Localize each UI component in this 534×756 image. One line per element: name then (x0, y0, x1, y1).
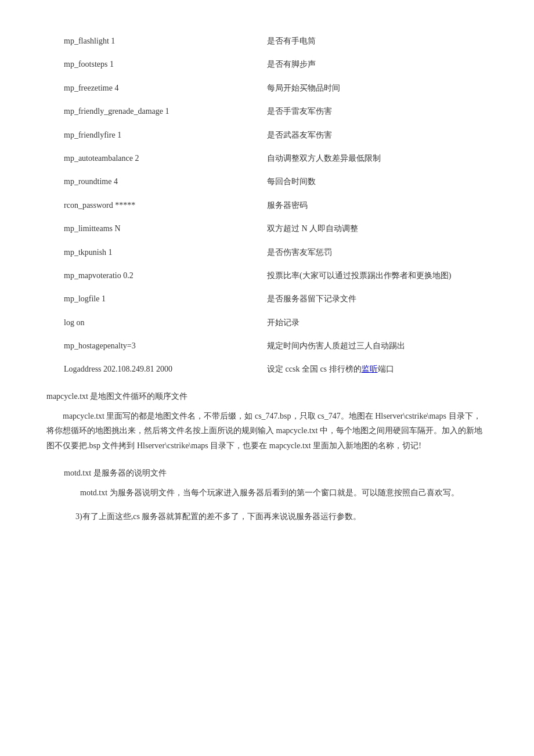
mapcycle-header: mapcycle.txt 是地图文件循环的顺序文件 (46, 390, 488, 403)
command-value: 开始记录 (232, 316, 488, 329)
command-row: mp_mapvoteratio 0.2投票比率(大家可以通过投票踢出作弊者和更换… (46, 269, 488, 282)
command-value: 是否服务器留下记录文件 (232, 293, 488, 305)
command-row: mp_logfile 1是否服务器留下记录文件 (46, 293, 488, 305)
command-row: mp_freezetime 4每局开始买物品时间 (46, 82, 488, 95)
command-key: mp_friendlyfire 1 (46, 129, 232, 142)
command-key: log on (46, 316, 232, 329)
command-row: mp_friendlyfire 1是否武器友军伤害 (46, 129, 488, 142)
command-row: rcon_password *****服务器密码 (46, 199, 488, 212)
command-row: log on开始记录 (46, 316, 488, 329)
command-value: 每回合时间数 (232, 175, 488, 188)
command-table: mp_flashlight 1是否有手电筒mp_footsteps 1是否有脚步… (46, 35, 488, 376)
command-key: mp_limitteams N (46, 222, 232, 235)
command-value: 是否有手电筒 (232, 35, 488, 48)
command-key: mp_flashlight 1 (46, 35, 232, 48)
command-row: Logaddress 202.108.249.81 2000设定 ccsk 全国… (46, 363, 488, 376)
command-key: mp_roundtime 4 (46, 175, 232, 188)
command-key: mp_mapvoteratio 0.2 (46, 269, 232, 282)
command-value: 自动调整双方人数差异最低限制 (232, 152, 488, 165)
command-row: mp_autoteambalance 2自动调整双方人数差异最低限制 (46, 152, 488, 165)
motd-body: motd.txt 为服务器说明文件，当每个玩家进入服务器后看到的第一个窗口就是。… (46, 485, 488, 500)
command-row: mp_flashlight 1是否有手电筒 (46, 35, 488, 48)
command-row: mp_tkpunish 1是否伤害友军惩罚 (46, 246, 488, 259)
command-value: 是否伤害友军惩罚 (232, 246, 488, 259)
command-row: mp_limitteams N双方超过 N 人即自动调整 (46, 222, 488, 235)
command-value: 规定时间内伤害人质超过三人自动踢出 (232, 340, 488, 352)
command-row: mp_roundtime 4每回合时间数 (46, 175, 488, 188)
command-value: 是否手雷友军伤害 (232, 105, 488, 118)
monitor-link[interactable]: 监听 (362, 365, 378, 373)
command-key: mp_hostagepenalty=3 (46, 340, 232, 352)
command-value: 每局开始买物品时间 (232, 82, 488, 95)
command-key: mp_footsteps 1 (46, 58, 232, 71)
command-key: Logaddress 202.108.249.81 2000 (46, 363, 232, 376)
command-row: mp_hostagepenalty=3规定时间内伤害人质超过三人自动踢出 (46, 340, 488, 352)
command-key: mp_freezetime 4 (46, 82, 232, 95)
command-row: mp_friendly_grenade_damage 1是否手雷友军伤害 (46, 105, 488, 118)
motd-header: motd.txt 是服务器的说明文件 (46, 467, 488, 480)
command-key: mp_autoteambalance 2 (46, 152, 232, 165)
command-key: rcon_password ***** (46, 199, 232, 212)
mapcycle-body: mapcycle.txt 里面写的都是地图文件名，不带后缀，如 cs_747.b… (46, 409, 488, 453)
command-value: 是否武器友军伤害 (232, 129, 488, 142)
command-value: 投票比率(大家可以通过投票踢出作弊者和更换地图) (232, 269, 488, 282)
command-key: mp_friendly_grenade_damage 1 (46, 105, 232, 118)
numbered-item: 3)有了上面这些,cs 服务器就算配置的差不多了，下面再来说说服务器运行参数。 (46, 509, 488, 524)
command-value: 服务器密码 (232, 199, 488, 212)
command-value: 是否有脚步声 (232, 58, 488, 71)
command-key: mp_logfile 1 (46, 293, 232, 305)
command-row: mp_footsteps 1是否有脚步声 (46, 58, 488, 71)
command-key: mp_tkpunish 1 (46, 246, 232, 259)
command-value: 设定 ccsk 全国 cs 排行榜的监听端口 (232, 363, 488, 376)
command-value: 双方超过 N 人即自动调整 (232, 222, 488, 235)
